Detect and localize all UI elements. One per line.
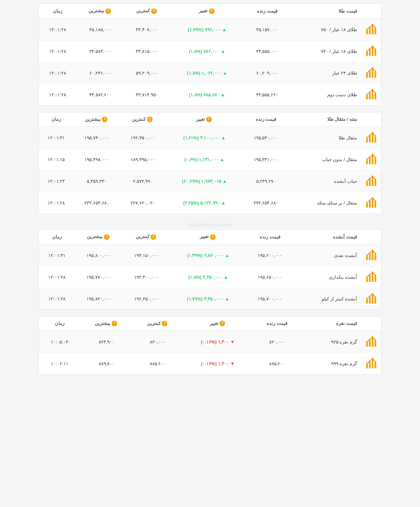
svg-point-85 [369,296,371,297]
chart-icon-cell[interactable] [362,244,381,266]
section-gold-price: قیمت طلاقیمت زنده? تغییر? کمترین? بیشتری… [38,4,382,106]
svg-point-55 [375,179,376,180]
row-min: ۴۳,۸۱۵,۰۰۰ [124,40,170,62]
chart-icon-cell[interactable] [362,62,381,84]
row-max: ۱۹۵,۸۲۰,۰۰۰ [75,288,122,310]
row-name: آبشده بنکداری [294,266,362,288]
table-row: طلای دست دوم۴۴,۵۵۵,۲۶۰▲ ۷۸۵,۸۷۰ (۱.۸%)۴۳… [39,84,381,105]
row-min: ۱۹۲,۴۰۰,۰۰۰ [122,266,170,288]
svg-rect-0 [366,30,368,34]
help-icon[interactable]: ? [219,321,225,326]
chart-icon-cell[interactable] [362,192,381,214]
row-name: مثقال / بدون حباب [289,149,362,171]
help-icon[interactable]: ? [102,117,107,122]
chart-icon-cell[interactable] [362,331,381,353]
svg-rect-33 [369,136,371,143]
help-icon[interactable]: ? [112,321,117,326]
help-icon[interactable]: ? [209,8,215,14]
chart-icon-cell[interactable] [362,19,381,41]
col-min-header[interactable]: ? کمترین [124,4,170,19]
svg-point-61 [369,200,371,201]
row-min: ۸۲۰,۰۰۰ [133,331,182,353]
row-max: ۸۸۹,۸۰۰ [80,353,133,375]
svg-point-47 [375,157,376,158]
svg-rect-64 [366,256,368,260]
chart-icon-cell[interactable] [362,266,381,288]
help-icon[interactable]: ? [150,234,156,240]
svg-rect-26 [372,90,373,99]
help-icon[interactable]: ? [206,117,212,122]
svg-rect-16 [366,74,368,78]
svg-point-22 [372,67,373,69]
col-max-header[interactable]: ? بیشترین [74,112,120,127]
row-name: مثقال طلا [289,127,362,149]
row-name: طلای دست دوم [290,84,362,105]
col-name-header: قیمت نقره [301,317,362,331]
col-min-header[interactable]: ? کمترین [122,230,170,244]
help-icon[interactable]: ? [105,8,111,14]
page-wrapper: قیمت طلاقیمت زنده? تغییر? کمترین? بیشتری… [35,0,385,384]
svg-rect-98 [372,359,373,368]
row-live-price: ۴۵,۱۵۷,۰۰۰ [244,19,290,41]
chart-icon-cell[interactable] [362,40,381,62]
svg-rect-32 [366,138,368,143]
chart-icon-cell[interactable] [362,171,381,192]
col-time-header: زمان [39,317,80,331]
row-max: ۸۲۳,۹۰۰ [80,331,133,353]
col-min-header[interactable]: ? کمترین [133,317,182,331]
svg-rect-48 [366,182,368,186]
col-max-header[interactable]: ? بیشترین [75,230,122,244]
row-time: ۱۲:۰۱:۲۸ [39,266,75,288]
row-change: ▲ ۳,۱۰۰,۰۰۰ (۱.۶۱%) [166,127,243,149]
row-time: ۱۲:۰۱:۲۸ [39,192,74,214]
table-row: آبشده کمتر از کیلو۱۹۵,۷۰۰,۰۰۰▲ ۳,۴۵۰,۰۰۰… [39,288,381,310]
row-min: ۱۸۹,۳۹۵,۰۰۰ [120,149,166,171]
col-min-header[interactable]: ? کمترین [120,112,166,127]
chart-icon-cell[interactable] [362,149,381,171]
svg-rect-18 [372,69,373,78]
row-time: ۱۲:۰۱:۳۱ [39,127,74,149]
svg-point-78 [372,271,373,273]
col-max-header[interactable]: ? بیشترین [80,317,133,331]
help-icon[interactable]: ? [210,234,216,240]
row-live-price: ۴۴,۵۵۵,۲۶۰ [244,84,290,105]
help-icon[interactable]: ? [104,234,110,240]
chart-icon-cell[interactable] [362,84,381,105]
svg-rect-67 [374,254,376,260]
svg-point-38 [372,132,373,133]
svg-point-69 [369,252,371,254]
svg-rect-27 [374,93,376,99]
svg-point-31 [375,92,376,93]
row-name: حباب آبشده [289,171,362,192]
help-icon[interactable]: ? [162,321,167,326]
chart-icon-cell[interactable] [362,288,381,310]
svg-rect-83 [374,298,376,304]
svg-rect-73 [369,275,371,282]
col-max-header[interactable]: ? بیشترین [76,4,124,19]
table-row: طلای ۲۴ عیار۶۰,۲۰۹,۰۰۰▲ ۱,۰۶۲,۰۰۰ (۱.۸%)… [39,62,381,84]
chart-icon-cell[interactable] [362,353,381,375]
col-change-header[interactable]: ? تغییر [166,112,243,127]
svg-point-103 [375,361,376,362]
svg-rect-65 [369,254,371,260]
col-change-header[interactable]: ? تغییر [170,4,244,19]
row-min: ۸۸۵,۶۰۰ [133,353,182,375]
row-live-price: ۸۸۵,۶۰۰ [253,353,301,375]
help-icon[interactable]: ? [151,8,157,14]
svg-point-60 [366,202,368,203]
col-change-header[interactable]: ? تغییر [182,317,254,331]
col-change-header[interactable]: ? تغییر [170,230,246,244]
row-time: ۱۲:۰۱:۲۸ [39,19,76,41]
row-change: ▼ ۱,۳۰۰ (۰.۱۶%) [182,331,254,353]
svg-point-53 [369,178,371,179]
help-icon[interactable]: ? [147,117,153,122]
row-max: ۴۴,۵۸۳,۰۰۰ [76,40,124,62]
row-live-price: ۲۳۲,۶۵۴,۶۸۰ [243,192,289,214]
table-row: حباب آبشده۵,۲۴۹,۲۷۰▲ ۱,۹۷۴,۰۱۵ (۶۰.۲۷%)۲… [39,171,381,192]
row-time: ۱۲:۰۱:۲۳ [39,171,74,192]
table-row: مثقال / بر مبنای سکه۲۳۲,۶۵۴,۶۸۰▲ ۵,۱۲۲,۹… [39,192,381,214]
chart-icon-cell[interactable] [362,127,381,149]
row-live-price: ۵,۲۴۹,۲۷۰ [243,171,289,192]
svg-rect-35 [374,137,376,143]
svg-rect-40 [366,160,368,164]
